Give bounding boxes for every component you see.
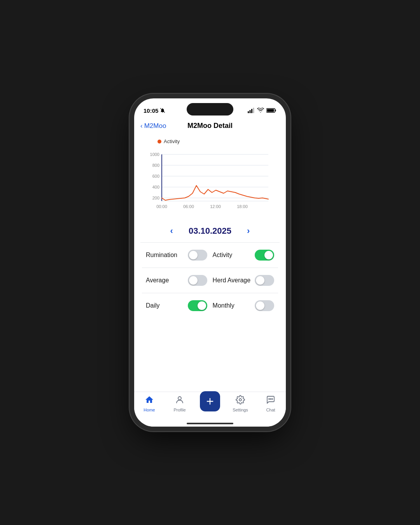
prev-date-button[interactable]: ‹ — [170, 226, 173, 236]
rumination-label: Rumination — [146, 252, 177, 259]
toggle-group-activity: Activity — [213, 250, 274, 261]
toggle-section: Rumination Activity Average Her — [134, 243, 286, 318]
svg-text:00:00: 00:00 — [156, 204, 167, 209]
herd-average-toggle[interactable] — [255, 275, 274, 286]
battery-icon — [266, 108, 276, 113]
rumination-toggle[interactable] — [188, 250, 207, 261]
toggle-group-monthly: Monthly — [213, 300, 274, 311]
wifi-icon — [257, 108, 264, 113]
legend-dot-activity — [158, 140, 161, 144]
nav-label-chat: Chat — [266, 408, 275, 412]
svg-text:400: 400 — [152, 185, 159, 189]
toggle-knob — [198, 301, 206, 310]
svg-point-28 — [272, 399, 273, 399]
back-button[interactable]: ‹ M2Moo — [140, 122, 166, 130]
legend-label-activity: Activity — [164, 138, 180, 144]
toggle-row-2: Average Herd Average — [142, 268, 278, 293]
svg-rect-3 — [251, 109, 252, 113]
settings-icon — [236, 395, 245, 406]
daily-toggle[interactable] — [188, 300, 207, 311]
toggle-knob — [189, 276, 198, 285]
toggle-group-daily: Daily — [146, 300, 207, 311]
activity-label: Activity — [213, 252, 233, 259]
svg-text:200: 200 — [152, 196, 159, 200]
toggle-knob — [256, 276, 264, 285]
monthly-toggle[interactable] — [255, 300, 274, 311]
bell-icon — [160, 108, 165, 113]
nav-item-home[interactable]: Home — [138, 395, 161, 412]
svg-text:06:00: 06:00 — [183, 204, 194, 209]
time-text: 10:05 — [144, 107, 158, 114]
toggle-row-3: Daily Monthly — [142, 293, 278, 318]
date-navigator: ‹ 03.10.2025 › — [134, 220, 286, 242]
header: ‹ M2Moo M2Moo Detail — [134, 119, 286, 135]
svg-point-27 — [270, 399, 271, 399]
nav-label-home: Home — [144, 408, 155, 412]
svg-rect-7 — [267, 109, 274, 112]
nav-item-add[interactable] — [198, 395, 222, 411]
dynamic-island — [187, 103, 233, 116]
add-button[interactable] — [200, 391, 220, 411]
nav-item-chat[interactable]: Chat — [259, 395, 282, 412]
svg-text:1000: 1000 — [150, 152, 159, 157]
home-indicator — [187, 423, 233, 424]
chat-icon — [266, 395, 275, 406]
home-icon — [145, 395, 154, 406]
svg-text:18:00: 18:00 — [237, 204, 248, 209]
svg-text:800: 800 — [152, 163, 159, 168]
nav-label-settings: Settings — [233, 408, 248, 412]
svg-rect-1 — [248, 111, 249, 113]
svg-rect-2 — [250, 110, 251, 113]
toggle-knob — [256, 301, 264, 310]
herd-average-label: Herd Average — [213, 277, 251, 284]
svg-point-24 — [178, 397, 181, 400]
svg-text:12:00: 12:00 — [210, 204, 221, 209]
status-icons — [248, 108, 276, 113]
toggle-group-rumination: Rumination — [146, 250, 207, 261]
svg-point-26 — [269, 399, 270, 399]
daily-label: Daily — [146, 302, 160, 309]
next-date-button[interactable]: › — [247, 226, 250, 236]
chart-container: Activity 1000 800 600 400 200 — [134, 135, 286, 218]
profile-icon — [175, 395, 184, 406]
bottom-nav: Home Profile — [134, 392, 286, 427]
average-toggle[interactable] — [188, 275, 207, 286]
average-label: Average — [146, 277, 169, 284]
nav-label-profile: Profile — [173, 408, 186, 412]
activity-toggle[interactable] — [255, 250, 274, 261]
svg-rect-4 — [253, 108, 254, 113]
nav-item-settings[interactable]: Settings — [229, 395, 252, 412]
monthly-label: Monthly — [213, 302, 234, 309]
back-label: M2Moo — [144, 122, 166, 130]
svg-point-25 — [239, 399, 242, 401]
toggle-knob — [264, 251, 273, 259]
back-chevron: ‹ — [140, 122, 143, 130]
nav-item-profile[interactable]: Profile — [168, 395, 191, 412]
toggle-row-1: Rumination Activity — [142, 243, 278, 268]
toggle-group-average: Average — [146, 275, 207, 286]
toggle-group-herd-average: Herd Average — [213, 275, 274, 286]
svg-text:600: 600 — [152, 174, 159, 178]
svg-rect-6 — [275, 110, 276, 112]
chart-legend: Activity — [142, 138, 278, 144]
status-time: 10:05 — [144, 107, 165, 114]
signal-icon — [248, 108, 255, 113]
page-title: M2Moo Detail — [187, 122, 233, 130]
phone-frame: 10:05 — [134, 98, 286, 427]
toggle-knob — [189, 251, 198, 259]
chart-svg: 1000 800 600 400 200 00:00 06:00 12:00 1… — [142, 147, 278, 218]
current-date: 03.10.2025 — [189, 226, 231, 236]
